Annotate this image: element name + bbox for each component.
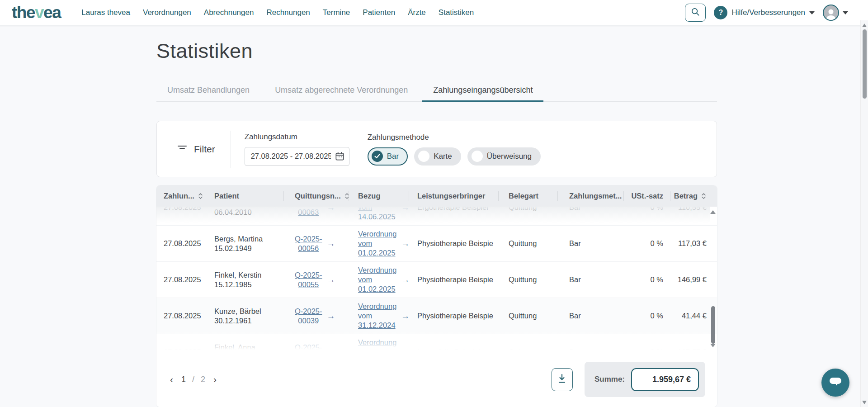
top-navbar: thevea Lauras thevea Verordnungen Abrech… bbox=[0, 0, 868, 26]
column-header-patient: Patient bbox=[205, 185, 283, 207]
sort-icon[interactable] bbox=[198, 193, 203, 199]
tab-umsatz-abgerechnete-verordnungen[interactable]: Umsatz abgerechnete Verordnungen bbox=[264, 80, 419, 101]
avatar bbox=[823, 5, 839, 21]
cell-receipt-number: Q-2025-00055 → bbox=[283, 262, 349, 298]
patient-name: Bergs, Martina bbox=[214, 234, 263, 244]
payment-method-group: Zahlungsmethode Bar Karte Überweisung bbox=[368, 133, 541, 166]
cell-provider: Physiotherapie Beispie bbox=[409, 298, 498, 334]
filter-header: Filter bbox=[177, 142, 215, 156]
next-page-button[interactable]: › bbox=[212, 372, 218, 387]
filter-title: Filter bbox=[194, 144, 215, 155]
column-header-ust-satz: USt.-satz bbox=[623, 185, 670, 207]
cell-bezug: Verordnungvom01.02.2025 → bbox=[349, 226, 409, 261]
table-scroll-down-arrow[interactable] bbox=[710, 344, 716, 347]
sum-label: Summe: bbox=[594, 375, 625, 384]
nav-item-patienten[interactable]: Patienten bbox=[363, 8, 395, 17]
payment-method-label: Zahlungsmethode bbox=[368, 133, 541, 142]
receipt-link[interactable]: Q-2025-00056 bbox=[295, 234, 322, 253]
prescription-link[interactable]: Verordnungvom bbox=[358, 338, 396, 352]
prescription-link[interactable]: Verordnungvom01.02.2025 bbox=[358, 265, 396, 294]
scroll-up-arrow[interactable] bbox=[862, 24, 867, 27]
download-button[interactable] bbox=[552, 368, 573, 391]
current-page: 1 bbox=[181, 375, 186, 384]
cell-patient: Kunze, Bärbel30.12.1961 bbox=[205, 298, 283, 334]
sort-icon[interactable] bbox=[701, 193, 707, 199]
chip-ueberweisung[interactable]: Überweisung bbox=[467, 147, 541, 166]
page-separator: / bbox=[192, 375, 194, 384]
table-rows: 27.08.2025 06.04.2010 Q-2025-00063 → Ver… bbox=[156, 207, 717, 352]
table-row[interactable]: 27.08.2025 Bergs, Martina15.02.1949 Q-20… bbox=[156, 226, 717, 262]
page-scrollbar[interactable] bbox=[860, 20, 868, 407]
cell-belegart: Quittung bbox=[498, 334, 557, 352]
payment-date-range-input[interactable] bbox=[245, 147, 349, 166]
cell-bezug: Verordnungvom → bbox=[349, 334, 409, 352]
column-header-quittungsnummer[interactable]: Quittungsn... bbox=[283, 185, 349, 207]
open-prescription-arrow-icon[interactable]: → bbox=[401, 275, 409, 285]
nav-item-abrechnungen[interactable]: Abrechnungen bbox=[204, 8, 254, 17]
nav-item-lauras-thevea[interactable]: Lauras thevea bbox=[81, 8, 130, 17]
prescription-link[interactable]: Verordnungvom01.02.2025 bbox=[358, 229, 396, 258]
filter-icon bbox=[177, 142, 188, 156]
prescription-link[interactable]: Verordnungvom14.06.2025 bbox=[358, 207, 396, 222]
pagination: ‹ 1 / 2 › bbox=[168, 372, 218, 387]
payments-table: Zahlun... Patient Quittungsn... Bezug Le… bbox=[156, 185, 717, 407]
column-header-betrag[interactable]: Betrag bbox=[670, 185, 717, 207]
nav-item-verordnungen[interactable]: Verordnungen bbox=[143, 8, 191, 17]
cell-payment-date: 27.08.2025 bbox=[156, 262, 205, 298]
cell-payment-date: 27.08.2025 bbox=[156, 298, 205, 334]
nav-item-aerzte[interactable]: Ärzte bbox=[408, 8, 426, 17]
chat-widget-button[interactable] bbox=[821, 369, 849, 397]
cell-receipt-number: Q-2025-00063 → bbox=[283, 207, 349, 225]
calendar-icon[interactable] bbox=[335, 151, 345, 163]
table-scroll-up-arrow[interactable] bbox=[710, 210, 716, 214]
page-scrollbar-thumb[interactable] bbox=[863, 29, 867, 99]
open-receipt-arrow-icon[interactable]: → bbox=[327, 239, 335, 249]
receipt-link[interactable]: Q-2025-00063 bbox=[295, 207, 322, 217]
open-prescription-arrow-icon[interactable]: → bbox=[401, 239, 409, 249]
nav-item-termine[interactable]: Termine bbox=[323, 8, 350, 17]
open-prescription-arrow-icon[interactable]: → bbox=[401, 347, 409, 352]
search-button[interactable] bbox=[685, 4, 706, 22]
help-label: Hilfe/Verbesserungen bbox=[731, 8, 805, 17]
open-receipt-arrow-icon[interactable]: → bbox=[327, 347, 335, 352]
open-prescription-arrow-icon[interactable]: → bbox=[401, 311, 409, 321]
tab-umsatz-behandlungen[interactable]: Umsatz Behandlungen bbox=[156, 80, 260, 101]
cell-payment-method: Bar bbox=[557, 207, 623, 225]
cell-patient: Finkel, Anna bbox=[205, 334, 283, 352]
prescription-link[interactable]: Verordnungvom31.12.2024 bbox=[358, 302, 396, 330]
tab-zahlungseingangsuebersicht[interactable]: Zahlungseingangsübersicht bbox=[422, 80, 543, 101]
chat-bubble-icon bbox=[828, 375, 843, 390]
table-scrollbar-thumb[interactable] bbox=[711, 306, 715, 344]
chip-bar[interactable]: Bar bbox=[368, 147, 408, 166]
total-pages: 2 bbox=[201, 375, 205, 384]
cell-payment-date: 27.08.2025 bbox=[156, 207, 205, 225]
open-prescription-arrow-icon[interactable]: → bbox=[401, 207, 409, 213]
divider bbox=[231, 131, 231, 168]
open-receipt-arrow-icon[interactable]: → bbox=[327, 275, 335, 285]
open-receipt-arrow-icon[interactable]: → bbox=[327, 311, 335, 321]
table-row[interactable]: 27.08.2025 Finkel, Kerstin15.12.1985 Q-2… bbox=[156, 262, 717, 298]
table-row[interactable]: 27.08.2025 Finkel, Anna Q-2025- → Verord… bbox=[156, 334, 717, 352]
column-header-zahlungsdatum[interactable]: Zahlun... bbox=[156, 185, 205, 207]
receipt-link[interactable]: Q-2025- bbox=[295, 343, 322, 352]
app-logo[interactable]: thevea bbox=[12, 3, 61, 22]
nav-item-statistiken[interactable]: Statistiken bbox=[439, 8, 474, 17]
cell-amount: 137,57 € bbox=[670, 334, 717, 352]
scroll-down-arrow[interactable] bbox=[862, 401, 867, 404]
receipt-link[interactable]: Q-2025-00055 bbox=[295, 270, 322, 289]
cell-receipt-number: Q-2025-00056 → bbox=[283, 226, 349, 261]
chip-karte[interactable]: Karte bbox=[414, 147, 461, 166]
open-receipt-arrow-icon[interactable]: → bbox=[327, 207, 335, 213]
table-row[interactable]: 27.08.2025 06.04.2010 Q-2025-00063 → Ver… bbox=[156, 207, 717, 226]
statistics-page: Statistiken Umsatz Behandlungen Umsatz a… bbox=[156, 39, 717, 407]
previous-page-button[interactable]: ‹ bbox=[168, 372, 175, 387]
nav-item-rechnungen[interactable]: Rechnungen bbox=[266, 8, 310, 17]
question-mark-icon: ? bbox=[714, 6, 727, 19]
cell-payment-date: 27.08.2025 bbox=[156, 226, 205, 261]
logo-text: ea bbox=[43, 3, 61, 22]
receipt-link[interactable]: Q-2025-00039 bbox=[295, 307, 322, 326]
help-menu[interactable]: ? Hilfe/Verbesserungen bbox=[714, 6, 815, 19]
user-menu[interactable] bbox=[823, 5, 848, 21]
table-row[interactable]: 27.08.2025 Kunze, Bärbel30.12.1961 Q-202… bbox=[156, 298, 717, 334]
cell-provider: Physiotherapie Beispie bbox=[409, 262, 498, 298]
